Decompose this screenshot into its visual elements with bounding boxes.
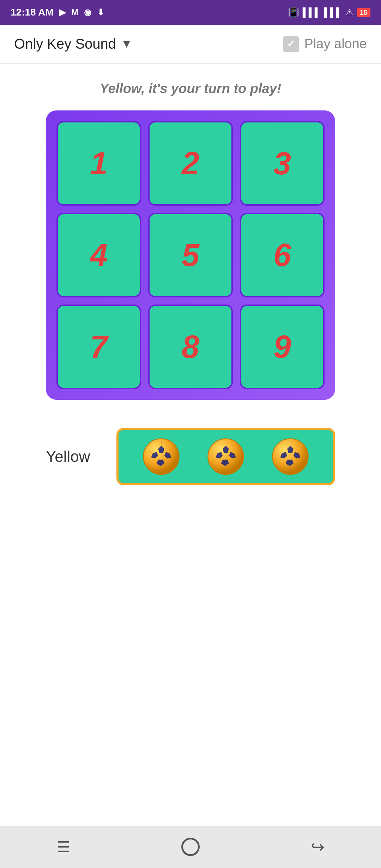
soccer-ball-2 — [206, 437, 245, 476]
menu-icon: ☰ — [57, 838, 70, 856]
vibrate-icon: 📳 — [288, 7, 299, 18]
grid-cell-7[interactable]: 7 — [56, 305, 141, 389]
turn-message: Yellow, it's your turn to play! — [99, 81, 281, 96]
bottom-nav: ☰ ↩ — [0, 826, 381, 868]
status-time: 12:18 AM — [11, 7, 54, 18]
grid-cell-3[interactable]: 3 — [240, 121, 325, 206]
youtube-icon: ▶ — [59, 7, 66, 17]
gmail-icon: M — [71, 7, 78, 17]
grid-cell-4[interactable]: 4 — [56, 213, 141, 297]
game-grid: 1 2 3 4 5 6 7 8 9 — [46, 110, 335, 400]
cell-number-8: 8 — [182, 329, 199, 365]
grid-cell-1[interactable]: 1 — [56, 121, 141, 206]
shield-icon: ◉ — [84, 7, 91, 17]
toolbar: Only Key Sound ▼ Play alone — [0, 25, 381, 64]
wifi-signal-icon: ▌▌▌ — [324, 7, 342, 17]
home-icon — [181, 838, 200, 856]
player-balls-container — [116, 428, 335, 485]
battery-level: 15 — [357, 8, 370, 17]
cell-number-3: 3 — [273, 145, 291, 182]
sound-selector[interactable]: Only Key Sound ▼ — [14, 36, 132, 52]
player-row: Yellow — [46, 428, 335, 485]
nav-home-button[interactable] — [173, 833, 208, 861]
play-alone-label: Play alone — [304, 36, 367, 52]
grid-cell-6[interactable]: 6 — [240, 213, 325, 297]
cell-number-2: 2 — [182, 145, 199, 182]
signal-icon: ▌▌▌ — [303, 7, 321, 17]
soccer-ball-1 — [142, 437, 181, 476]
soccer-ball-3 — [271, 437, 310, 476]
nav-menu-button[interactable]: ☰ — [46, 833, 81, 861]
svg-point-7 — [208, 439, 243, 474]
player-name: Yellow — [46, 448, 102, 465]
svg-point-12 — [272, 439, 308, 474]
grid-cell-5[interactable]: 5 — [148, 213, 233, 297]
sound-option-label: Only Key Sound — [14, 36, 116, 52]
download-icon: ⬇ — [97, 7, 104, 17]
main-content: Only Key Sound ▼ Play alone Yellow, it's… — [0, 25, 381, 868]
cell-number-6: 6 — [273, 237, 291, 273]
cell-number-4: 4 — [90, 237, 108, 273]
status-bar: 12:18 AM ▶ M ◉ ⬇ 📳 ▌▌▌ ▌▌▌ ⚠ 15 — [0, 0, 381, 25]
cell-number-5: 5 — [182, 237, 199, 273]
dropdown-arrow-icon: ▼ — [121, 37, 132, 50]
warning-icon: ⚠ — [346, 7, 353, 17]
nav-back-button[interactable]: ↩ — [300, 833, 335, 861]
cell-number-1: 1 — [90, 145, 108, 182]
cell-number-7: 7 — [90, 329, 108, 365]
grid-cell-9[interactable]: 9 — [240, 305, 325, 389]
play-alone-checkbox[interactable] — [283, 36, 299, 52]
cell-number-9: 9 — [273, 329, 291, 365]
grid-cell-2[interactable]: 2 — [148, 121, 233, 206]
play-alone-container[interactable]: Play alone — [283, 36, 367, 52]
back-icon: ↩ — [311, 837, 325, 856]
grid-cell-8[interactable]: 8 — [148, 305, 233, 389]
